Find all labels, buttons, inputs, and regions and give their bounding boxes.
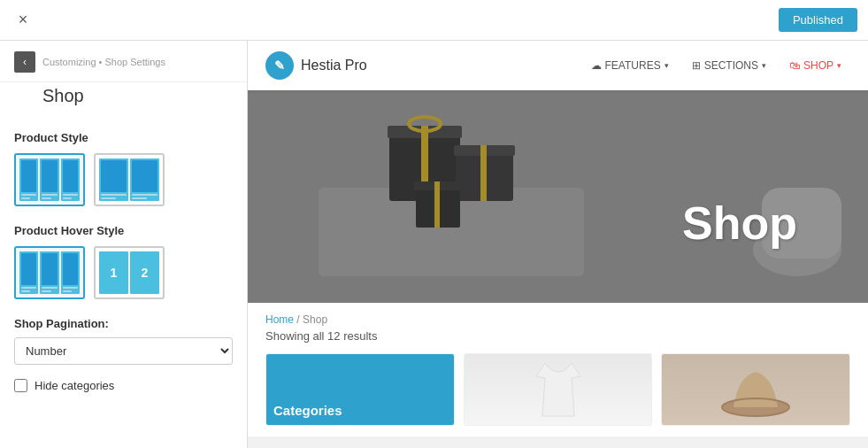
card-line-short — [21, 290, 30, 292]
product-style-card-2[interactable] — [94, 153, 165, 206]
nav-shop[interactable]: 🛍 SHOP ▾ — [780, 54, 850, 77]
card-col — [40, 251, 58, 294]
hover-num-1: 1 — [99, 251, 128, 294]
lower-preview: Home / Shop Showing all 12 results ✎ Cat… — [248, 303, 868, 436]
svg-rect-10 — [434, 182, 440, 228]
breadcrumb-home[interactable]: Home — [265, 313, 294, 326]
nav-shop-label: SHOP — [803, 59, 833, 72]
main-layout: ‹ Customizing • Shop Settings Shop Produ… — [0, 41, 868, 448]
preview-area: ✎ Hestia Pro ☁ FEATURES ▾ ⊞ SECTIONS ▾ 🛍… — [248, 41, 868, 448]
nav-sections[interactable]: ⊞ SECTIONS ▾ — [683, 54, 775, 77]
card-line-short — [42, 290, 50, 292]
hat-image — [662, 354, 849, 425]
product-hover-style-options: 1 2 — [14, 246, 233, 299]
svg-rect-7 — [480, 145, 487, 201]
card-col — [19, 158, 38, 201]
nav-features[interactable]: ☁ FEATURES ▾ — [582, 54, 678, 77]
nav-sections-label: SECTIONS — [704, 59, 758, 72]
caret-icon: ▾ — [664, 61, 669, 70]
card-line-short — [132, 197, 147, 199]
page-title: Shop — [0, 82, 247, 117]
product-grid: ✎ Categories — [265, 353, 850, 426]
card-line-short — [63, 290, 72, 292]
breadcrumb-shop: Shop — [303, 313, 327, 326]
product-style-label: Product Style — [14, 131, 233, 144]
caret-icon: ▾ — [762, 61, 766, 70]
nav-logo-text: Hestia Pro — [301, 58, 367, 73]
product-card-hat — [661, 353, 850, 426]
sidebar-content: Product Style — [0, 117, 247, 406]
hero-section: Shop — [248, 90, 868, 303]
cloud-icon: ☁ — [591, 59, 602, 72]
card-line — [63, 194, 78, 196]
card-img — [63, 253, 78, 285]
hero-title: Shop — [682, 197, 797, 250]
pagination-label: Shop Pagination: — [14, 317, 233, 330]
card-line — [42, 287, 57, 289]
product-card-shirt — [464, 353, 653, 426]
card-col — [61, 158, 80, 201]
grid-icon: ⊞ — [692, 59, 701, 72]
card-col — [19, 251, 38, 294]
card-line — [21, 194, 36, 196]
style-card-mockup-2 — [99, 158, 159, 201]
hat-svg — [720, 359, 791, 421]
card-line-short — [42, 197, 50, 199]
card-line — [63, 287, 78, 289]
card-img — [42, 160, 57, 192]
results-text: Showing all 12 results — [265, 329, 850, 343]
card-img — [101, 160, 127, 192]
card-line-short — [21, 197, 30, 199]
nav-links: ☁ FEATURES ▾ ⊞ SECTIONS ▾ 🛍 SHOP ▾ — [582, 54, 850, 77]
card-col — [61, 251, 80, 294]
top-bar: × Published — [0, 0, 868, 41]
product-style-options — [14, 153, 233, 206]
card-col — [130, 158, 159, 201]
card-img — [21, 253, 36, 285]
hero-image — [319, 99, 584, 276]
hover-num-2: 2 — [130, 251, 159, 294]
hover-card-mockup-2: 1 2 — [99, 251, 159, 294]
nav-logo: ✎ Hestia Pro — [265, 51, 367, 80]
sidebar: ‹ Customizing • Shop Settings Shop Produ… — [0, 41, 248, 448]
back-button[interactable]: ‹ — [14, 51, 35, 73]
product-hover-card-1[interactable] — [14, 246, 85, 299]
categories-image: ✎ Categories — [266, 354, 454, 425]
card-col — [40, 158, 58, 201]
close-button[interactable]: × — [11, 8, 35, 33]
product-hover-style-label: Product Hover Style — [14, 224, 233, 237]
product-card-categories: ✎ Categories — [265, 353, 455, 426]
card-line-short — [63, 197, 72, 199]
hide-categories-checkbox[interactable] — [14, 379, 27, 392]
pagination-select[interactable]: Number Load More Infinite Scroll — [14, 337, 233, 365]
published-button[interactable]: Published — [779, 8, 857, 32]
card-img — [63, 160, 78, 192]
nav-logo-icon: ✎ — [265, 51, 294, 80]
hide-categories-label[interactable]: Hide categories — [35, 379, 114, 392]
shop-icon: 🛍 — [789, 59, 800, 72]
categories-label: Categories — [273, 403, 342, 418]
shirt-image — [465, 354, 652, 425]
breadcrumb: Customizing • Shop Settings — [42, 57, 165, 67]
hide-categories-row: Hide categories — [14, 379, 233, 392]
card-img — [42, 253, 57, 285]
product-style-card-1[interactable] — [14, 153, 85, 206]
shirt-svg — [532, 359, 585, 421]
card-line-short — [101, 197, 116, 199]
pencil-icon: ✎ — [274, 58, 285, 73]
hover-card-mockup-1 — [19, 251, 80, 294]
breadcrumb-nav: Home / Shop — [265, 313, 850, 326]
nav-features-label: FEATURES — [605, 59, 661, 72]
sidebar-header: ‹ Customizing • Shop Settings — [0, 41, 247, 82]
card-line — [132, 194, 157, 196]
caret-icon: ▾ — [837, 61, 841, 70]
card-img — [21, 160, 36, 192]
card-line — [42, 194, 57, 196]
card-col — [99, 158, 128, 201]
card-img — [132, 160, 157, 192]
card-line — [101, 194, 127, 196]
card-line — [21, 287, 36, 289]
preview-nav: ✎ Hestia Pro ☁ FEATURES ▾ ⊞ SECTIONS ▾ 🛍… — [248, 41, 868, 90]
product-hover-card-2[interactable]: 1 2 — [94, 246, 165, 299]
style-card-mockup-1 — [19, 158, 80, 201]
